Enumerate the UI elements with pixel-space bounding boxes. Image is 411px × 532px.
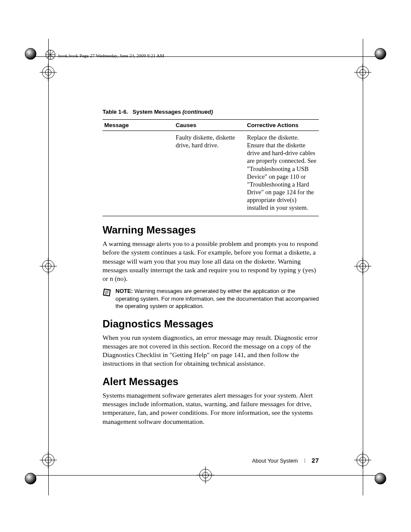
footer-section-name: About Your System [252,458,298,464]
registration-sphere-icon [24,47,37,60]
table-caption: Table 1-6. System Messages (continued) [103,109,319,115]
note-icon [103,288,111,299]
table-continued: (continued) [183,109,213,115]
registration-sphere-icon [374,47,387,60]
page-footer: About Your System 27 [103,457,319,464]
table-row: Faulty diskette, diskette drive, hard dr… [103,131,319,216]
note-body: Warning messages are generated by either… [115,288,319,309]
svg-point-0 [25,48,36,59]
note-block: NOTE: Warning messages are generated by … [103,287,319,310]
heading-warning-messages: Warning Messages [103,224,319,236]
registration-sphere-icon [24,472,37,485]
note-text: NOTE: Warning messages are generated by … [115,287,319,310]
svg-point-32 [46,50,55,59]
cell-message [103,131,174,216]
note-label: NOTE: [115,288,133,294]
crop-line [48,39,49,495]
heading-alert-messages: Alert Messages [103,376,319,388]
paragraph: Systems management software generates al… [103,391,319,426]
heading-diagnostics-messages: Diagnostics Messages [103,318,319,330]
svg-point-3 [375,473,386,484]
col-actions: Corrective Actions [245,120,319,131]
page-number: 27 [311,457,319,464]
svg-point-2 [25,473,36,484]
cell-causes: Faulty diskette, diskette drive, hard dr… [174,131,246,216]
crop-line [26,475,385,476]
svg-point-1 [375,48,386,59]
paragraph: A warning message alerts you to a possib… [103,240,319,283]
table-title: System Messages [133,109,181,115]
rosette-icon [45,49,56,60]
footer-separator [305,458,305,463]
page-content: Table 1-6. System Messages (continued) M… [103,109,319,430]
crop-line [363,39,363,495]
table-number: Table 1-6. [103,109,128,115]
crop-line [26,56,385,57]
system-messages-table: Message Causes Corrective Actions Faulty… [103,119,319,216]
registration-sphere-icon [374,472,387,485]
running-header: book.book Page 27 Wednesday, June 24, 20… [58,53,164,58]
col-message: Message [103,120,174,131]
paragraph: When you run system diagnostics, an erro… [103,333,319,368]
cell-actions: Replace the diskette. Ensure that the di… [245,131,319,216]
col-causes: Causes [174,120,246,131]
